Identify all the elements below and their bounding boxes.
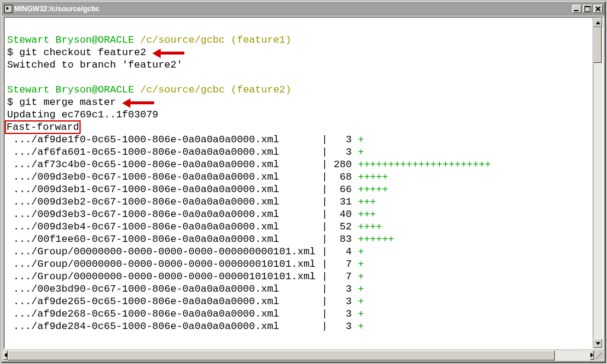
diff-file-line: .../00f1ee60-0c67-1000-806e-0a0a0a0a0000… — [7, 233, 590, 245]
scroll-thumb[interactable] — [593, 27, 602, 63]
diff-file-line: .../af9de284-0c65-1000-806e-0a0a0a0a0000… — [7, 320, 590, 333]
mingw-terminal-window: MINGW32:/c/source/gcbc Stewart Bryson@OR… — [1, 1, 606, 363]
fastforward-highlight: Fast-forward — [5, 120, 81, 134]
insert-bar: + — [358, 246, 364, 257]
diff-file-line: .../Group/00000000-0000-0000-0000-000000… — [7, 258, 590, 270]
out-updating: Updating ec769c1..1f03079 — [7, 109, 158, 120]
insert-bar: + — [358, 321, 364, 332]
app-icon — [4, 5, 12, 13]
window-controls — [571, 5, 603, 13]
scroll-track[interactable] — [593, 27, 602, 339]
insert-bar: ++++ — [358, 221, 382, 232]
insert-bar: +++ — [358, 196, 376, 207]
insert-bar: + — [358, 258, 364, 270]
vertical-scrollbar[interactable] — [593, 18, 602, 348]
diff-file-line: .../af9de265-0c65-1000-806e-0a0a0a0a0000… — [7, 295, 590, 308]
scroll-down-button[interactable] — [593, 339, 602, 348]
insert-bar: + — [358, 296, 364, 307]
annotation-arrow-icon — [122, 98, 164, 107]
diff-file-line: .../af9de1f0-0c65-1000-806e-0a0a0a0a0000… — [7, 133, 590, 146]
scroll-left-button[interactable] — [4, 350, 8, 360]
insert-bar: +++++ — [358, 184, 388, 195]
prompt-path: /c/source/gcbc — [140, 34, 225, 46]
insert-bar: + — [358, 146, 364, 158]
horizontal-scrollbar[interactable] — [4, 350, 603, 360]
out-switched: Switched to branch 'feature2' — [7, 59, 183, 71]
close-button[interactable] — [593, 5, 603, 13]
diff-file-line: .../009d3eb3-0c67-1000-806e-0a0a0a0a0000… — [7, 208, 590, 221]
prompt-user: Stewart Bryson@ORACLE — [7, 34, 134, 46]
insert-bar: + — [358, 308, 364, 320]
insert-bar: ++++++ — [358, 234, 394, 245]
insert-bar: + — [358, 134, 364, 145]
diff-file-line: .../af73c4b0-0c65-1000-806e-0a0a0a0a0000… — [7, 158, 590, 171]
prompt-branch: (feature2) — [231, 84, 291, 95]
content-frame: Stewart Bryson@ORACLE /c/source/gcbc (fe… — [4, 17, 603, 349]
diff-file-line: .../af9de268-0c65-1000-806e-0a0a0a0a0000… — [7, 308, 590, 320]
insert-bar: +++++ — [358, 171, 388, 183]
scroll-right-button[interactable] — [590, 350, 594, 360]
terminal-output[interactable]: Stewart Bryson@ORACLE /c/source/gcbc (fe… — [5, 18, 593, 348]
diff-file-line: .../Group/00000000-0000-0000-0000-000000… — [7, 245, 590, 258]
diff-file-line: .../00e3bd90-0c67-1000-806e-0a0a0a0a0000… — [7, 283, 590, 295]
annotation-arrow-icon — [152, 49, 194, 57]
window-title: MINGW32:/c/source/gcbc — [14, 5, 569, 13]
prompt-branch: (feature1) — [231, 34, 291, 46]
diff-file-line: .../009d3eb4-0c67-1000-806e-0a0a0a0a0000… — [7, 221, 590, 233]
cmd-checkout: git checkout feature2 — [19, 47, 146, 58]
prompt-path: /c/source/gcbc — [140, 84, 225, 95]
diff-file-line: .../Group/00000000-0000-0000-0000-000001… — [7, 270, 590, 283]
prompt-user: Stewart Bryson@ORACLE — [7, 84, 134, 95]
diff-file-line: .../af6fa601-0c65-1000-806e-0a0a0a0a0000… — [7, 146, 590, 158]
insert-bar: + — [358, 271, 364, 282]
resize-grip-icon[interactable] — [594, 350, 603, 360]
maximize-button[interactable] — [583, 5, 592, 13]
titlebar[interactable]: MINGW32:/c/source/gcbc — [2, 2, 605, 15]
insert-bar: +++ — [358, 209, 376, 220]
insert-bar: + — [358, 283, 364, 295]
scroll-track-h[interactable] — [8, 350, 590, 360]
diff-file-line: .../009d3eb0-0c67-1000-806e-0a0a0a0a0000… — [7, 171, 590, 183]
cmd-merge: git merge master — [19, 97, 116, 108]
diff-file-line: .../009d3eb2-0c67-1000-806e-0a0a0a0a0000… — [7, 196, 590, 208]
insert-bar: ++++++++++++++++++++++ — [358, 159, 491, 170]
scroll-up-button[interactable] — [593, 18, 602, 27]
minimize-button[interactable] — [572, 5, 582, 13]
diff-file-line: .../009d3eb1-0c67-1000-806e-0a0a0a0a0000… — [7, 183, 590, 196]
scroll-thumb-h[interactable] — [8, 350, 555, 360]
